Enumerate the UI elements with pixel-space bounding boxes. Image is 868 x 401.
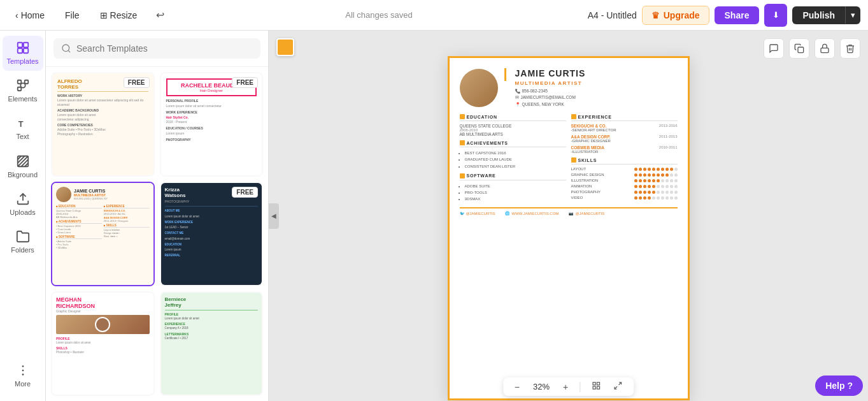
- comment-icon: [769, 43, 779, 54]
- exp-entry-1: A&A DESIGN CORP. 2011-2013 -GRAPHIC DESI…: [571, 135, 678, 143]
- skill-dots-0: [634, 168, 678, 171]
- resume-left-col: EDUCATION QUEENS STATE COLLEGE 2006-2010…: [460, 114, 566, 202]
- trash-button[interactable]: [840, 38, 860, 59]
- svg-rect-17: [593, 383, 595, 385]
- zoom-bar: − 32% +: [503, 377, 634, 396]
- sidebar-item-elements[interactable]: Elements: [3, 73, 43, 108]
- svg-rect-15: [798, 47, 804, 53]
- collapse-panel-button[interactable]: ◀: [269, 203, 279, 229]
- zoom-in-button[interactable]: +: [559, 381, 572, 393]
- achievements-list: BEST CAPSTONE 2016 GRADUATED CUM LAUDE C…: [460, 150, 566, 170]
- search-bar: [46, 31, 268, 67]
- software-list: ADOBE SUITE PRO-TOOLS 3DSMAX: [460, 183, 566, 203]
- skill-dots-4: [634, 191, 678, 194]
- skill-illustration: ILLUSTRATION: [571, 179, 678, 182]
- software-section-title: SOFTWARE: [460, 173, 566, 180]
- skill-layout: LAYOUT: [571, 167, 678, 171]
- template-krizza[interactable]: KrizzaWatsons PHOTOGRAPHY ABOUT ME Lorem…: [160, 182, 264, 286]
- education-entry: QUEENS STATE COLLEGE 2006-2010 AB MULTIM…: [460, 124, 566, 136]
- svg-rect-1: [23, 43, 27, 47]
- download-button[interactable]: ⬇: [764, 4, 787, 27]
- uploads-icon: [16, 192, 30, 206]
- upgrade-button[interactable]: ♛ Upgrade: [642, 6, 709, 25]
- sidebar-item-folders[interactable]: Folders: [3, 224, 43, 259]
- svg-rect-0: [17, 43, 22, 47]
- publish-button[interactable]: Publish: [792, 6, 845, 24]
- folders-label: Folders: [11, 246, 34, 254]
- template-meghan[interactable]: MEGHANRICHARDSON Graphic Designer PROFIL…: [51, 291, 155, 396]
- save-status: All changes saved: [345, 10, 413, 20]
- svg-rect-18: [597, 383, 599, 385]
- svg-line-21: [618, 383, 621, 385]
- resume-contact: 📞 856-082-2345 ✉ JAMIECURTIS@EMAIL.COM 📍…: [515, 88, 678, 108]
- comment-button[interactable]: [764, 38, 784, 59]
- svg-point-11: [22, 365, 24, 367]
- topbar-center: All changes saved: [175, 10, 582, 20]
- zoom-level: 32%: [529, 382, 554, 391]
- share-button[interactable]: Share: [715, 6, 760, 24]
- search-input-wrap: [53, 38, 260, 59]
- sidebar-item-templates[interactable]: Templates: [3, 36, 43, 71]
- footer-website: 🌐 WWW.JAMIECURTIS.COM: [505, 211, 559, 215]
- publish-caret-button[interactable]: ▾: [845, 6, 860, 24]
- svg-line-22: [615, 386, 617, 389]
- icon-sidebar: Templates Elements T Text Bkground Uploa…: [0, 31, 46, 401]
- sidebar-item-uploads[interactable]: Uploads: [3, 187, 43, 222]
- svg-text:T: T: [18, 119, 23, 129]
- resize-button[interactable]: ⊞ Resize: [92, 6, 145, 24]
- lock-button[interactable]: [815, 38, 835, 59]
- sidebar-item-text[interactable]: T Text: [3, 111, 43, 146]
- fullscreen-button[interactable]: [609, 380, 626, 393]
- search-icon: [61, 43, 71, 54]
- resume-title: MULTIMEDIA ARTIST: [515, 80, 678, 86]
- achievements-section-title: ACHIEVEMENTS: [460, 140, 566, 147]
- sidebar-item-more[interactable]: More: [3, 358, 43, 393]
- template-jamie[interactable]: JAMIE CURTIS MULTIMEDIA ARTIST 856-082-2…: [51, 182, 155, 286]
- svg-point-13: [22, 374, 24, 375]
- upgrade-label: Upgrade: [664, 10, 700, 20]
- lock-icon: [820, 43, 830, 54]
- topbar: ‹ Home File ⊞ Resize ↩ All changes saved…: [0, 0, 868, 31]
- template-alfredo[interactable]: ALFREDOTORRES WORK HISTORY Lorem ipsum d…: [51, 72, 155, 177]
- uploads-label: Uploads: [10, 208, 35, 217]
- templates-grid: ALFREDOTORRES WORK HISTORY Lorem ipsum d…: [46, 67, 268, 401]
- templates-panel: ALFREDOTORRES WORK HISTORY Lorem ipsum d…: [46, 31, 269, 401]
- resume-right-col: EXPERIENCE SEKIGUCHI & CO. 2013-2016 -SE…: [571, 114, 678, 202]
- search-input[interactable]: [76, 43, 253, 54]
- svg-rect-19: [593, 386, 595, 389]
- undo-button[interactable]: ↩: [150, 5, 170, 26]
- skills-section-title: SKILLS: [571, 157, 678, 164]
- templates-icon: [16, 41, 30, 55]
- skill-dots-5: [634, 196, 678, 200]
- grid-view-button[interactable]: [588, 380, 604, 393]
- topbar-right: A4 - Untitled ♛ Upgrade Share ⬇ Publish …: [588, 4, 860, 27]
- copy-button[interactable]: [789, 38, 809, 59]
- skill-dots-1: [634, 173, 678, 177]
- trash-icon: [845, 43, 855, 54]
- home-button[interactable]: ‹ Home: [8, 6, 52, 24]
- zoom-out-button[interactable]: −: [511, 381, 523, 393]
- template-berniece-preview: BernieceJeffrey PROFILE Lorem ipsum dolo…: [161, 293, 262, 396]
- more-icon: [16, 363, 30, 377]
- footer-instagram: 📷 @JAMIECURTIS: [569, 211, 604, 215]
- main-area: Templates Elements T Text Bkground Uploa…: [0, 31, 868, 401]
- svg-rect-2: [17, 48, 22, 53]
- color-swatch[interactable]: [276, 38, 294, 56]
- chevron-left-icon: ‹: [15, 10, 18, 20]
- canvas-page[interactable]: JAMIE CURTIS MULTIMEDIA ARTIST 📞 856-082…: [448, 56, 690, 400]
- template-berniece[interactable]: BernieceJeffrey PROFILE Lorem ipsum dolo…: [160, 291, 264, 396]
- help-button[interactable]: Help ?: [815, 375, 863, 396]
- folders-icon: [16, 230, 30, 244]
- svg-point-14: [62, 45, 69, 52]
- template-meghan-preview: MEGHANRICHARDSON Graphic Designer PROFIL…: [52, 293, 153, 396]
- svg-rect-16: [821, 48, 829, 52]
- template-alfredo-preview: ALFREDOTORRES WORK HISTORY Lorem ipsum d…: [52, 73, 153, 177]
- resume-photo: [460, 69, 498, 107]
- skill-dots-2: [634, 179, 678, 182]
- file-button[interactable]: File: [57, 6, 87, 24]
- experience-section-title: EXPERIENCE: [571, 114, 678, 121]
- template-rachelle[interactable]: RACHELLE BEAUDRY Hair Designer PERSONAL …: [160, 72, 264, 177]
- sidebar-item-background[interactable]: Bkground: [3, 149, 43, 184]
- download-icon: ⬇: [772, 10, 779, 20]
- copy-icon: [794, 43, 804, 54]
